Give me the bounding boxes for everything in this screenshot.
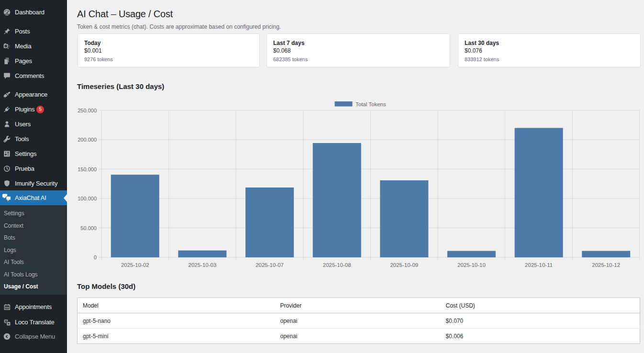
svg-text:Total Tokens: Total Tokens [355,101,386,107]
svg-text:0: 0 [94,254,97,260]
svg-text:150.000: 150.000 [78,166,97,172]
svg-text:100.000: 100.000 [78,196,97,201]
svg-text:250.000: 250.000 [78,108,97,113]
svg-text:2025-10-09: 2025-10-09 [390,262,418,268]
svg-text:2025-10-12: 2025-10-12 [592,262,620,268]
svg-text:2025-10-02: 2025-10-02 [121,262,149,268]
svg-text:2025-10-11: 2025-10-11 [525,262,553,268]
svg-text:2025-10-10: 2025-10-10 [457,262,486,268]
svg-text:50.000: 50.000 [80,225,97,231]
svg-text:2025-10-07: 2025-10-07 [255,262,284,268]
svg-text:200.000: 200.000 [78,137,97,143]
svg-text:2025-10-08: 2025-10-08 [323,262,351,268]
svg-text:2025-10-03: 2025-10-03 [188,262,216,268]
